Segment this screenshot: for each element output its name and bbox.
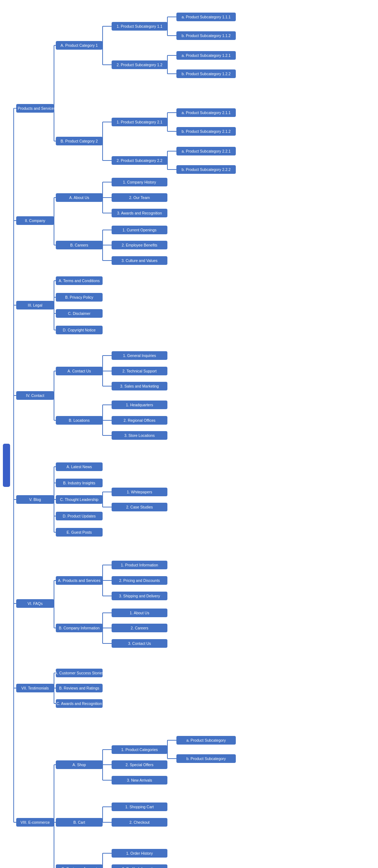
node-VIB: B. Company Information: [56, 624, 103, 632]
section-VII: VII. Testimonials: [16, 684, 54, 692]
root-label: [3, 444, 10, 487]
section-III: III. Legal: [16, 301, 54, 309]
section-V: V. Blog: [16, 495, 54, 504]
node-VIA: A. Products and Services: [56, 576, 103, 585]
section-VIII: VIII. E-commerce: [16, 818, 54, 827]
node-IVA1: 1. General Inquiries: [112, 351, 167, 360]
node-VIIIC: C. Customer Account: [56, 864, 103, 868]
node-VIIIA1a: a. Product Subcategory: [176, 736, 236, 745]
node-IIIC: C. Disclaimer: [56, 309, 103, 318]
node-VC2: 2. Case Studies: [112, 503, 167, 511]
node-VIA1: 1. Product Information: [112, 561, 167, 569]
node-IIA3: 3. Awards and Recognition: [112, 209, 167, 217]
node-VIB2: 2. Careers: [112, 624, 167, 632]
node-VE: E. Guest Posts: [56, 528, 103, 537]
node-VIA2: 2. Pricing and Discounts: [112, 576, 167, 585]
node-IB: B. Product Category 2: [56, 137, 103, 145]
node-IIA2: 2. Our Team: [112, 193, 167, 202]
node-IA1a: a. Product Subcategory 1.1.1: [176, 13, 236, 21]
node-VIIIB1: 1. Shopping Cart: [112, 803, 167, 811]
node-VD: D. Product Updates: [56, 512, 103, 520]
section-II: II. Company: [16, 216, 54, 225]
section-I: I. Products and Services: [16, 104, 54, 113]
node-VIIIA1: 1. Product Categories: [112, 745, 167, 754]
node-IB1a: a. Product Subcategory 2.1.1: [176, 108, 236, 117]
node-VIIIA1b: b. Product Subcategory: [176, 754, 236, 763]
node-VIB1: 1. About Us: [112, 609, 167, 617]
node-IIB1: 1. Current Openings: [112, 226, 167, 234]
node-VC: C. Thought Leadership: [56, 495, 103, 504]
node-IA: A. Product Category 1: [56, 41, 103, 50]
node-IIIA: A. Terms and Conditions: [56, 276, 103, 285]
node-IVA2: 2. Technical Support: [112, 367, 167, 375]
node-IVA: A. Contact Us: [56, 367, 103, 375]
node-IIID: D. Copyright Notice: [56, 326, 103, 334]
node-IA2a: a. Product Subcategory 1.2.1: [176, 51, 236, 60]
node-VA: A. Latest News: [56, 462, 103, 471]
node-VIIIB2: 2. Checkout: [112, 818, 167, 827]
node-VIIA: A. Customer Success Stories: [56, 669, 103, 677]
node-IIB2: 2. Employee Benefits: [112, 241, 167, 249]
node-IVB1: 1. Headquarters: [112, 401, 167, 409]
node-IVB: B. Locations: [56, 416, 103, 425]
node-VIIIB: B. Cart: [56, 818, 103, 827]
node-VB: B. Industry Insights: [56, 479, 103, 487]
node-VIIIA: A. Shop: [56, 760, 103, 769]
node-IIA1: 1. Company History: [112, 178, 167, 186]
node-IVB3: 3. Store Locations: [112, 431, 167, 440]
node-VIIIA2: 2. Special Offers: [112, 760, 167, 769]
node-IB2: 2. Product Subcategory 2.2: [112, 156, 167, 165]
node-IA2: 2. Product Subcategory 1.2: [112, 60, 167, 69]
node-IB2a: a. Product Subcategory 2.2.1: [176, 147, 236, 155]
node-IVA3: 3. Sales and Marketing: [112, 382, 167, 390]
node-IB1: 1. Product Subcategory 2.1: [112, 118, 167, 126]
node-IIIB: B. Privacy Policy: [56, 293, 103, 302]
node-IB2b: b. Product Subcategory 2.2.2: [176, 165, 236, 174]
node-VIIC: C. Awards and Recognition: [56, 699, 103, 708]
section-IV: IV. Contact: [16, 391, 54, 400]
node-IIA: A. About Us: [56, 193, 103, 202]
node-IA1b: b. Product Subcategory 1.1.2: [176, 31, 236, 40]
node-IA2b: b. Product Subcategory 1.2.2: [176, 69, 236, 78]
node-VIB3: 3. Contact Us: [112, 639, 167, 648]
section-VI: VI. FAQs: [16, 599, 54, 608]
node-IIB3: 3. Culture and Values: [112, 256, 167, 265]
node-VIIIA3: 3. New Arrivals: [112, 776, 167, 785]
node-IA1: 1. Product Subcategory 1.1: [112, 22, 167, 31]
node-VIA3: 3. Shipping and Delivery: [112, 592, 167, 600]
node-VC1: 1. Whitepapers: [112, 488, 167, 496]
node-VIIIC2: 2. Profile Information: [112, 864, 167, 868]
node-VIIB: B. Reviews and Ratings: [56, 684, 103, 692]
node-IB1b: b. Product Subcategory 2.1.2: [176, 127, 236, 136]
node-IIB: B. Careers: [56, 241, 103, 249]
node-IVB2: 2. Regional Offices: [112, 416, 167, 425]
node-VIIIC1: 1. Order History: [112, 849, 167, 858]
